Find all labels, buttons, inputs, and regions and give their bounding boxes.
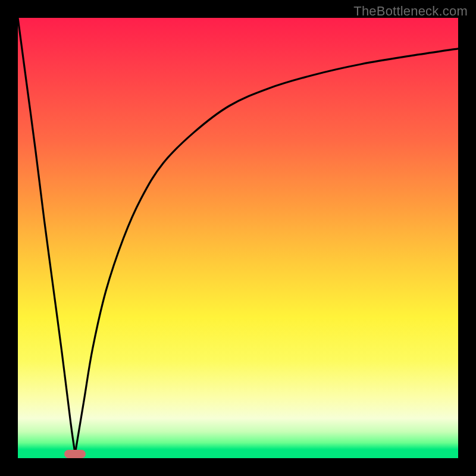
watermark-text: TheBottleneck.com (353, 4, 468, 19)
bottleneck-curve (18, 18, 458, 458)
minimum-marker (64, 450, 86, 458)
curve-left-branch (18, 18, 75, 454)
chart-frame: TheBottleneck.com (0, 0, 476, 476)
curve-right-branch (75, 49, 458, 454)
plot-area (18, 18, 458, 458)
